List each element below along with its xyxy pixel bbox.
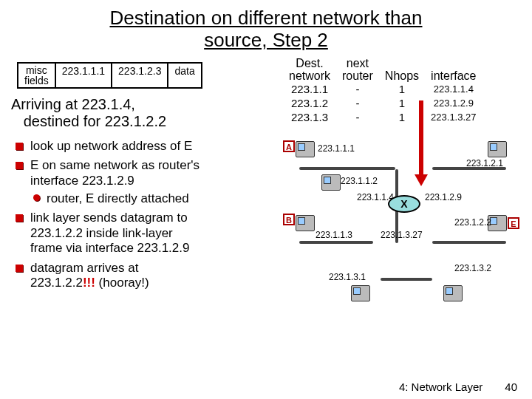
bullet-arrives: datagram arrives at 223.1.2.2!!! (hooray… xyxy=(16,261,277,291)
table-row: 223.1.3-1223.1.3.27 xyxy=(283,110,482,124)
ip-label: 223.1.3.1 xyxy=(329,272,366,282)
host-icon xyxy=(321,174,341,191)
table-row: 223.1.2-1223.1.2.9 xyxy=(283,96,482,110)
packet-diagram: miscfields 223.1.1.1 223.1.2.3 data xyxy=(17,62,202,89)
subbullet-directly-attached: router, E directly attached xyxy=(30,191,277,206)
routing-table: Dest.network nextrouter Nhops interface … xyxy=(283,58,482,125)
bullet-list: look up network address of E E on same n… xyxy=(11,139,277,291)
host-icon xyxy=(443,285,463,301)
tag-b: B xyxy=(283,214,295,225)
packet-src-ip: 223.1.1.1 xyxy=(56,64,112,87)
host-icon xyxy=(296,215,315,231)
packet-misc-fields: miscfields xyxy=(18,64,56,87)
col-interface: interface xyxy=(425,58,482,83)
page-number: 40 xyxy=(505,381,517,393)
left-column: miscfields 223.1.1.1 223.1.2.3 data Arri… xyxy=(11,58,277,338)
packet-data: data xyxy=(168,64,200,87)
ip-label: 223.1.3.27 xyxy=(381,230,423,240)
right-column: Dest.network nextrouter Nhops interface … xyxy=(277,58,521,338)
page-footer: 4: Network Layer 40 xyxy=(0,381,532,393)
col-next-router: nextrouter xyxy=(336,58,379,83)
col-dest-network: Dest.network xyxy=(283,58,336,83)
tag-e: E xyxy=(508,217,519,229)
host-icon xyxy=(351,285,370,301)
ip-label: 223.1.3.2 xyxy=(454,263,491,273)
col-nhops: Nhops xyxy=(379,58,425,83)
ip-label: 223.1.2.1 xyxy=(466,158,503,168)
network-diagram: A 223.1.1.1 223.1.1.2 B 223.1.1.3 223.1.… xyxy=(277,130,521,337)
title-line2: source, Step 2 xyxy=(204,29,328,51)
bullet-same-network: E on same network as router's interface … xyxy=(16,158,277,206)
bullet-lookup: look up network address of E xyxy=(16,139,277,154)
router-icon: X xyxy=(388,195,420,213)
table-row: 223.1.1-1223.1.1.4 xyxy=(283,82,482,96)
packet-dst-ip: 223.1.2.3 xyxy=(112,64,168,87)
host-icon xyxy=(296,141,315,157)
title-line1: Destination on different network than xyxy=(109,7,422,29)
tag-a: A xyxy=(283,140,295,152)
section-label: 4: Network Layer xyxy=(399,381,482,393)
bullet-link-layer: link layer sends datagram to 223.1.2.2 i… xyxy=(16,211,277,256)
ip-label: 223.1.1.1 xyxy=(318,143,355,154)
page-title: Destination on different network than so… xyxy=(15,7,517,52)
ip-label: 223.1.2.9 xyxy=(425,192,462,202)
ip-label: 223.1.1.3 xyxy=(316,230,352,240)
arrow-icon xyxy=(416,100,426,189)
host-icon xyxy=(488,141,507,157)
ip-label: 223.1.1.2 xyxy=(341,176,378,186)
ip-label: 223.1.2.2 xyxy=(454,217,491,228)
arriving-statement: Arriving at 223.1.4, destined for 223.1.… xyxy=(11,96,274,130)
